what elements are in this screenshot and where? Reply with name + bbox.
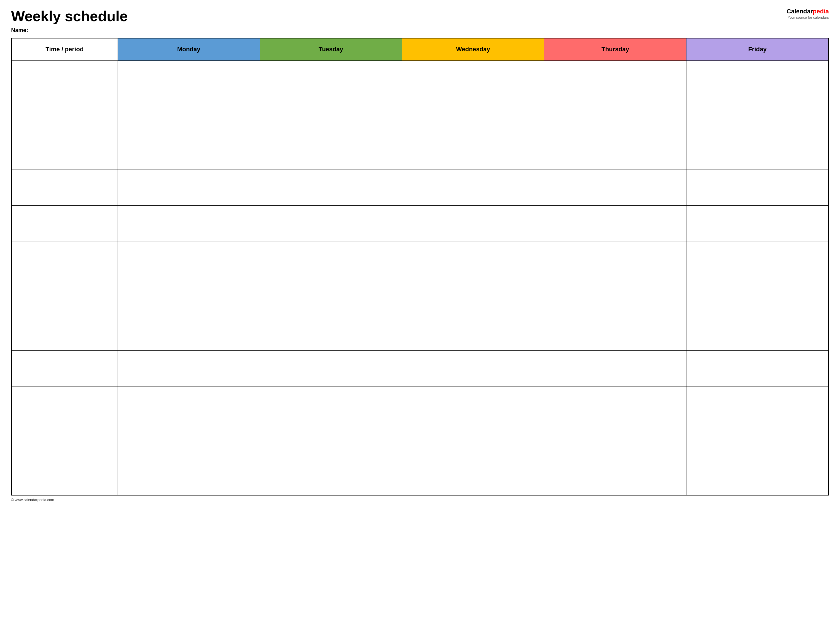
schedule-cell[interactable] [544,314,687,350]
schedule-cell[interactable] [260,386,402,423]
schedule-cell[interactable] [687,314,829,350]
schedule-cell[interactable] [544,423,687,459]
schedule-cell[interactable] [402,205,544,241]
schedule-cell[interactable] [260,97,402,133]
schedule-cell[interactable] [118,278,260,314]
logo-calendar-text: Calendar [786,8,813,15]
schedule-cell[interactable] [118,459,260,495]
header-friday: Friday [687,38,829,60]
schedule-cell[interactable] [118,314,260,350]
schedule-cell[interactable] [687,97,829,133]
schedule-cell[interactable] [544,459,687,495]
schedule-cell[interactable] [260,205,402,241]
schedule-cell[interactable] [544,350,687,386]
time-cell[interactable] [11,241,118,278]
schedule-cell[interactable] [544,205,687,241]
logo-area: Calendarpedia Your source for calendars [773,8,829,19]
schedule-cell[interactable] [260,133,402,169]
schedule-cell[interactable] [118,60,260,97]
schedule-cell[interactable] [687,350,829,386]
schedule-cell[interactable] [260,423,402,459]
schedule-cell[interactable] [544,133,687,169]
time-cell[interactable] [11,133,118,169]
schedule-cell[interactable] [687,278,829,314]
time-cell[interactable] [11,386,118,423]
schedule-cell[interactable] [118,350,260,386]
header-monday: Monday [118,38,260,60]
schedule-cell[interactable] [402,278,544,314]
header-time: Time / period [11,38,118,60]
table-row [11,241,829,278]
schedule-cell[interactable] [402,241,544,278]
schedule-cell[interactable] [402,386,544,423]
time-cell[interactable] [11,314,118,350]
table-row [11,205,829,241]
time-cell[interactable] [11,278,118,314]
schedule-cell[interactable] [687,133,829,169]
schedule-cell[interactable] [118,205,260,241]
time-cell[interactable] [11,459,118,495]
page-title: Weekly schedule [11,8,773,24]
footer-url: © www.calendarpedia.com [11,498,54,502]
title-area: Weekly schedule Name: [11,8,773,33]
table-row [11,169,829,205]
schedule-cell[interactable] [402,314,544,350]
schedule-cell[interactable] [544,241,687,278]
schedule-cell[interactable] [118,97,260,133]
table-row [11,60,829,97]
header-wednesday-label: Wednesday [456,46,490,53]
schedule-cell[interactable] [402,60,544,97]
schedule-cell[interactable] [402,169,544,205]
schedule-cell[interactable] [687,241,829,278]
time-cell[interactable] [11,97,118,133]
header-friday-label: Friday [748,46,767,53]
logo-text: Calendarpedia [773,8,829,14]
schedule-cell[interactable] [402,350,544,386]
schedule-cell[interactable] [544,97,687,133]
schedule-cell[interactable] [402,133,544,169]
schedule-cell[interactable] [402,423,544,459]
header-tuesday: Tuesday [260,38,402,60]
schedule-cell[interactable] [118,133,260,169]
schedule-cell[interactable] [260,60,402,97]
time-cell[interactable] [11,169,118,205]
schedule-cell[interactable] [118,241,260,278]
schedule-cell[interactable] [687,169,829,205]
schedule-cell[interactable] [687,386,829,423]
schedule-cell[interactable] [118,423,260,459]
schedule-cell[interactable] [118,386,260,423]
table-row [11,459,829,495]
table-row [11,423,829,459]
time-cell[interactable] [11,205,118,241]
schedule-cell[interactable] [544,278,687,314]
header-time-label: Time / period [46,46,84,53]
schedule-cell[interactable] [260,314,402,350]
time-cell[interactable] [11,60,118,97]
schedule-cell[interactable] [687,459,829,495]
schedule-cell[interactable] [260,350,402,386]
schedule-cell[interactable] [544,169,687,205]
header-tuesday-label: Tuesday [319,46,343,53]
weekly-schedule-table: Time / period Monday Tuesday Wednesday T… [11,38,829,495]
logo-pedia-text: pedia [813,8,829,15]
schedule-cell[interactable] [260,459,402,495]
schedule-cell[interactable] [260,241,402,278]
schedule-cell[interactable] [544,60,687,97]
schedule-cell[interactable] [260,278,402,314]
header-thursday: Thursday [544,38,687,60]
schedule-cell[interactable] [544,386,687,423]
header-monday-label: Monday [177,46,201,53]
schedule-cell[interactable] [260,169,402,205]
page-header: Weekly schedule Name: Calendarpedia Your… [11,8,829,33]
time-cell[interactable] [11,350,118,386]
time-cell[interactable] [11,423,118,459]
footer: © www.calendarpedia.com [11,498,829,502]
schedule-cell[interactable] [687,60,829,97]
table-row [11,314,829,350]
schedule-cell[interactable] [402,97,544,133]
schedule-cell[interactable] [118,169,260,205]
schedule-cell[interactable] [402,459,544,495]
table-row [11,97,829,133]
schedule-cell[interactable] [687,423,829,459]
schedule-cell[interactable] [687,205,829,241]
